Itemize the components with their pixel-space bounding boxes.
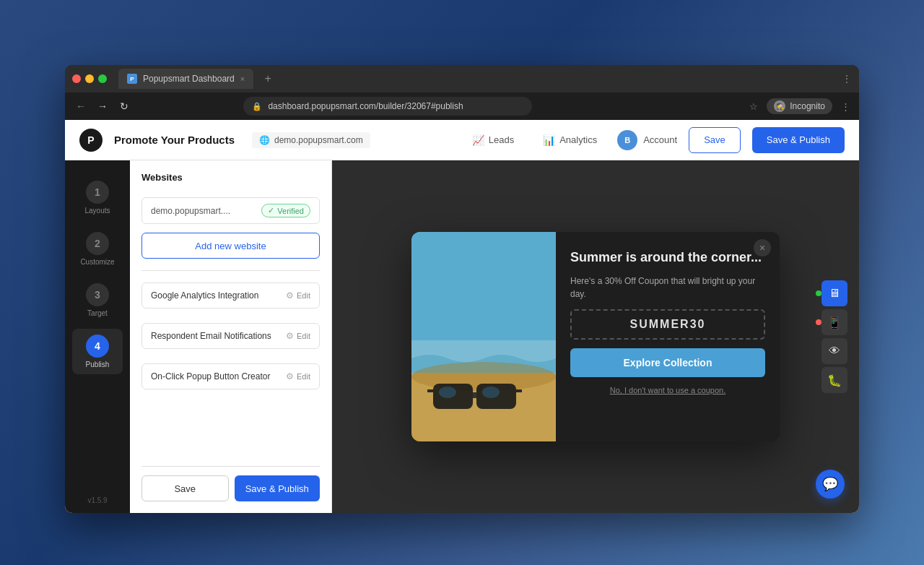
no-coupon-link[interactable]: No, I don't want to use a coupon.	[570, 386, 765, 394]
address-input[interactable]: 🔒 dashboard.popupsmart.com/builder/32067…	[243, 97, 532, 116]
tab-close-button[interactable]: ×	[240, 74, 245, 83]
active-dot	[816, 290, 821, 296]
maximize-window-button[interactable]	[98, 74, 107, 83]
tab-menu-button[interactable]: ⋮	[842, 73, 852, 85]
svg-rect-0	[411, 232, 556, 340]
back-button[interactable]: ←	[74, 100, 88, 112]
menu-icon[interactable]: ⋮	[841, 101, 850, 112]
tab-title: Popupsmart Dashboard	[143, 74, 235, 84]
close-window-button[interactable]	[72, 74, 81, 83]
app-logo: P	[79, 129, 103, 152]
divider-1	[141, 270, 320, 271]
website-item-url: demo.popupsmart....	[151, 206, 230, 216]
new-tab-button[interactable]: +	[259, 70, 276, 87]
google-analytics-label: Google Analytics Integration	[151, 290, 258, 301]
address-bar: ← → ↻ 🔒 dashboard.popupsmart.com/builder…	[65, 92, 859, 120]
add-website-button[interactable]: Add new website	[141, 233, 320, 259]
leads-label: Leads	[489, 134, 514, 145]
version-label: v1.5.9	[87, 496, 107, 504]
popup-close-button[interactable]: ×	[754, 239, 771, 256]
globe-icon: 🌐	[259, 135, 270, 145]
lock-icon: 🔒	[252, 102, 262, 111]
inactive-dot	[816, 319, 821, 325]
incognito-label: Incognito	[790, 101, 825, 111]
incognito-icon: 🕵	[774, 100, 785, 112]
forward-button[interactable]: →	[95, 100, 110, 112]
leads-link[interactable]: 📈 Leads	[463, 130, 523, 150]
account-avatar: B	[617, 130, 637, 150]
check-icon: ✓	[268, 206, 274, 215]
desktop-view-button[interactable]: 🖥	[821, 280, 847, 306]
popup-image	[411, 232, 556, 441]
explore-collection-button[interactable]: Explore Collection	[570, 348, 765, 377]
refresh-button[interactable]: ↻	[117, 100, 131, 112]
email-notifications-edit-button[interactable]: ⚙ Edit	[286, 331, 310, 341]
save-publish-button[interactable]: Save & Publish	[752, 127, 845, 153]
step-1-circle: 1	[86, 181, 109, 204]
step-3-circle: 3	[86, 283, 109, 306]
popup-content: Summer is around the corner... Here's a …	[556, 232, 780, 441]
bug-report-button[interactable]: 🐛	[821, 367, 847, 393]
app-container: P Promote Your Products 🌐 demo.popupsmar…	[65, 120, 859, 513]
sidebar: 1 Layouts 2 Customize 3 Target 4 Publish…	[65, 160, 130, 513]
leads-icon: 📈	[472, 134, 484, 146]
email-notifications-item: Respondent Email Notifications ⚙ Edit	[141, 323, 320, 349]
svg-rect-7	[427, 389, 433, 392]
step-4-circle: 4	[86, 335, 109, 358]
address-actions: ☆ 🕵 Incognito ⋮	[749, 98, 850, 114]
step-3-label: Target	[87, 309, 108, 317]
coupon-code[interactable]: SUMMER30	[570, 309, 765, 340]
panel-publish-button[interactable]: Save & Publish	[235, 475, 321, 501]
star-icon[interactable]: ☆	[749, 101, 758, 112]
verified-badge: ✓ Verified	[261, 204, 310, 217]
panel-bottom: Save Save & Publish	[141, 466, 320, 501]
website-url: demo.popupsmart.com	[274, 135, 363, 145]
gear-icon-2: ⚙	[286, 331, 294, 341]
active-tab[interactable]: P Popupsmart Dashboard ×	[118, 69, 253, 89]
account-label: Account	[643, 134, 677, 145]
svg-point-9	[439, 387, 456, 398]
mobile-view-button[interactable]: 📱	[821, 309, 847, 335]
panel-area: Websites demo.popupsmart.... ✓ Verified …	[130, 160, 332, 513]
popup-preview: ×	[411, 232, 780, 441]
step-1-label: Layouts	[84, 207, 110, 215]
google-analytics-edit-button[interactable]: ⚙ Edit	[286, 290, 310, 301]
gear-icon-1: ⚙	[286, 290, 294, 301]
analytics-link[interactable]: 📊 Analytics	[534, 130, 606, 150]
logo-text: P	[87, 134, 94, 146]
chat-button[interactable]: 💬	[816, 470, 845, 499]
mobile-icon: 📱	[827, 316, 842, 329]
website-badge: 🌐 demo.popupsmart.com	[252, 132, 370, 148]
eye-icon: 👁	[829, 345, 840, 358]
email-notifications-label: Respondent Email Notifications	[151, 331, 271, 341]
gear-icon-3: ⚙	[286, 371, 294, 381]
onclick-popup-edit-button[interactable]: ⚙ Edit	[286, 371, 310, 381]
account-button[interactable]: B Account	[617, 130, 677, 150]
step-2-circle: 2	[86, 232, 109, 255]
save-button[interactable]: Save	[689, 127, 741, 153]
browser-window: P Popupsmart Dashboard × + ⋮ ← → ↻ 🔒 das…	[65, 65, 859, 513]
panel-save-button[interactable]: Save	[141, 475, 229, 501]
popup-subtext: Here's a 30% Off Coupon that will bright…	[570, 275, 765, 301]
preview-button[interactable]: 👁	[821, 338, 847, 364]
sidebar-item-target[interactable]: 3 Target	[72, 277, 123, 323]
popup-headline: Summer is around the corner...	[570, 249, 765, 266]
step-4-label: Publish	[86, 361, 110, 368]
main-layout: 1 Layouts 2 Customize 3 Target 4 Publish…	[65, 160, 859, 513]
popup-inner: Summer is around the corner... Here's a …	[411, 232, 780, 441]
svg-rect-6	[473, 392, 476, 398]
step-2-label: Customize	[80, 258, 114, 266]
page-title: Promote Your Products	[114, 134, 235, 146]
onclick-popup-edit-label: Edit	[297, 372, 310, 381]
tab-bar: P Popupsmart Dashboard × + ⋮	[65, 65, 859, 92]
minimize-window-button[interactable]	[85, 74, 94, 83]
analytics-label: Analytics	[559, 134, 597, 145]
incognito-badge: 🕵 Incognito	[767, 98, 832, 114]
bug-icon: 🐛	[827, 374, 842, 387]
top-nav: P Promote Your Products 🌐 demo.popupsmar…	[65, 120, 859, 160]
onclick-popup-item: On-Click Popup Button Creator ⚙ Edit	[141, 363, 320, 389]
sidebar-item-publish[interactable]: 4 Publish	[72, 329, 123, 374]
sidebar-item-layouts[interactable]: 1 Layouts	[72, 175, 123, 220]
sidebar-item-customize[interactable]: 2 Customize	[72, 226, 123, 272]
right-toolbar: 🖥 📱 👁 🐛	[821, 280, 847, 393]
